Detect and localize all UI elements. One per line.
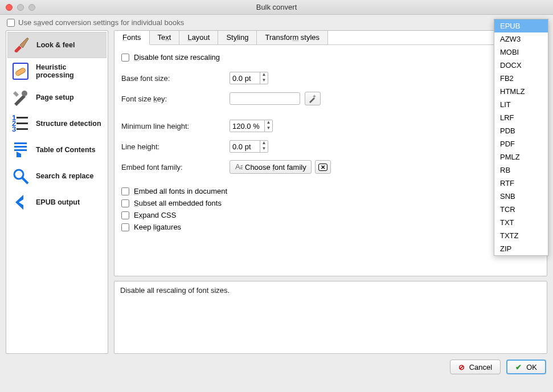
- min-line-height-input[interactable]: [230, 122, 264, 130]
- format-option-rtf[interactable]: RTF: [494, 177, 548, 190]
- format-option-fb2[interactable]: FB2: [494, 72, 548, 85]
- toc-icon: [11, 140, 30, 160]
- sidebar-item-heuristic[interactable]: Heuristic processing: [7, 58, 106, 84]
- use-saved-settings-label: Use saved conversion settings for indivi…: [18, 18, 184, 27]
- format-option-rb[interactable]: RB: [494, 164, 548, 177]
- format-option-mobi[interactable]: MOBI: [494, 46, 548, 59]
- sidebar-item-label: Search & replace: [36, 172, 93, 180]
- options-row: Use saved conversion settings for indivi…: [0, 15, 553, 30]
- brush-icon: [11, 35, 31, 55]
- sidebar-item-label: Heuristic processing: [36, 63, 103, 80]
- sidebar-item-epub-output[interactable]: EPUB output: [7, 189, 106, 215]
- base-font-size-input[interactable]: [230, 74, 260, 83]
- window-title: Bulk convert: [0, 3, 553, 11]
- format-option-azw3[interactable]: AZW3: [494, 32, 548, 46]
- sidebar-item-label: Structure detection: [36, 120, 101, 128]
- line-height-label: Line height:: [121, 142, 230, 151]
- tab-fonts[interactable]: Fonts: [114, 31, 150, 45]
- subset-fonts-input[interactable]: [121, 199, 129, 207]
- clear-icon: ✕: [318, 164, 327, 171]
- sidebar-item-look-and-feel[interactable]: Look & feel: [7, 32, 106, 58]
- min-line-height-label: Minimum line height:: [121, 122, 230, 130]
- tab-transform-styles[interactable]: Transform styles: [257, 31, 328, 44]
- format-option-snb[interactable]: SNB: [494, 190, 548, 203]
- output-format-dropdown[interactable]: EPUBAZW3MOBIDOCXFB2HTMLZLITLRFPDBPDFPMLZ…: [494, 19, 548, 256]
- numbered-list-icon: 123: [11, 114, 30, 133]
- format-option-txt[interactable]: TXT: [494, 216, 548, 229]
- svg-point-2: [22, 91, 27, 96]
- sidebar-item-label: EPUB output: [36, 198, 80, 206]
- wand-icon: [308, 94, 317, 103]
- spin-down-icon[interactable]: ▼: [265, 126, 272, 132]
- chevron-left-icon: [11, 193, 30, 212]
- format-option-epub[interactable]: EPUB: [494, 19, 548, 32]
- use-saved-settings-checkbox[interactable]: Use saved conversion settings for indivi…: [7, 18, 184, 27]
- keep-ligatures-input[interactable]: [121, 223, 129, 231]
- tab-text[interactable]: Text: [150, 31, 180, 44]
- use-saved-settings-input[interactable]: [7, 19, 15, 27]
- line-height-input[interactable]: [230, 142, 260, 151]
- sidebar-item-structure[interactable]: 123 Structure detection: [7, 111, 106, 137]
- expand-css-checkbox[interactable]: Expand CSS: [121, 211, 540, 219]
- line-height-spinner[interactable]: ▲▼: [230, 140, 268, 153]
- tab-layout[interactable]: Layout: [179, 31, 218, 44]
- sidebar-item-label: Table of Contents: [36, 146, 96, 154]
- cancel-button[interactable]: ⊘Cancel: [450, 360, 501, 374]
- tab-bar: Fonts Text Layout Styling Transform styl…: [114, 31, 547, 45]
- svg-rect-11: [14, 149, 27, 151]
- format-option-htmlz[interactable]: HTMLZ: [494, 85, 548, 98]
- font-icon: Aa: [235, 163, 243, 171]
- format-option-zip[interactable]: ZIP: [494, 242, 548, 255]
- format-option-pmlz[interactable]: PMLZ: [494, 150, 548, 164]
- svg-line-13: [22, 178, 28, 183]
- search-icon: [11, 166, 30, 186]
- disable-rescaling-checkbox[interactable]: Disable font size rescaling: [121, 53, 540, 62]
- titlebar: Bulk convert: [0, 0, 553, 15]
- min-line-height-spinner[interactable]: ▲▼: [230, 120, 273, 132]
- keep-ligatures-checkbox[interactable]: Keep ligatures: [121, 223, 540, 231]
- embed-font-family-label: Embed font family:: [121, 163, 230, 172]
- tab-styling[interactable]: Styling: [218, 31, 257, 44]
- help-text-box: Disable all rescaling of font sizes.: [114, 281, 547, 354]
- expand-css-input[interactable]: [121, 211, 129, 219]
- section-sidebar: Look & feel Heuristic processing Page se…: [6, 30, 108, 354]
- bandage-icon: [11, 62, 30, 81]
- format-option-pdb[interactable]: PDB: [494, 124, 548, 137]
- disable-rescaling-input[interactable]: [121, 54, 129, 62]
- font-size-key-wizard-button[interactable]: [305, 92, 321, 105]
- spin-down-icon[interactable]: ▼: [260, 146, 268, 152]
- clear-font-family-button[interactable]: ✕: [315, 160, 331, 174]
- embed-all-fonts-checkbox[interactable]: Embed all fonts in document: [121, 187, 540, 195]
- ok-button[interactable]: ✔OK: [506, 360, 546, 374]
- format-option-tcr[interactable]: TCR: [494, 203, 548, 216]
- format-option-pdf[interactable]: PDF: [494, 137, 548, 150]
- sidebar-item-label: Look & feel: [36, 41, 75, 49]
- svg-rect-9: [14, 142, 27, 144]
- format-option-lit[interactable]: LIT: [494, 98, 548, 111]
- svg-rect-7: [17, 122, 28, 124]
- ok-icon: ✔: [515, 363, 522, 371]
- embed-all-fonts-input[interactable]: [121, 187, 129, 195]
- base-font-size-spinner[interactable]: ▲▼: [230, 72, 268, 84]
- cancel-icon: ⊘: [458, 363, 465, 371]
- svg-text:3: 3: [12, 125, 16, 133]
- svg-rect-8: [17, 128, 28, 130]
- format-option-lrf[interactable]: LRF: [494, 111, 548, 124]
- spin-down-icon[interactable]: ▼: [260, 78, 268, 84]
- format-option-txtz[interactable]: TXTZ: [494, 229, 548, 242]
- svg-rect-1: [15, 67, 26, 76]
- svg-point-12: [14, 170, 23, 179]
- sidebar-item-label: Page setup: [36, 93, 74, 101]
- sidebar-item-page-setup[interactable]: Page setup: [7, 84, 106, 111]
- base-font-size-label: Base font size:: [121, 74, 230, 83]
- format-option-docx[interactable]: DOCX: [494, 59, 548, 72]
- sidebar-item-toc[interactable]: Table of Contents: [7, 137, 106, 163]
- font-size-key-input[interactable]: [230, 92, 300, 105]
- dialog-footer: ⊘Cancel ✔OK: [0, 356, 553, 378]
- choose-font-family-button[interactable]: Aa Choose font family: [230, 160, 312, 174]
- subset-fonts-checkbox[interactable]: Subset all embedded fonts: [121, 199, 540, 207]
- svg-rect-10: [14, 146, 27, 148]
- svg-rect-6: [17, 117, 28, 119]
- sidebar-item-search-replace[interactable]: Search & replace: [7, 163, 106, 189]
- settings-panel: Fonts Text Layout Styling Transform styl…: [114, 30, 547, 276]
